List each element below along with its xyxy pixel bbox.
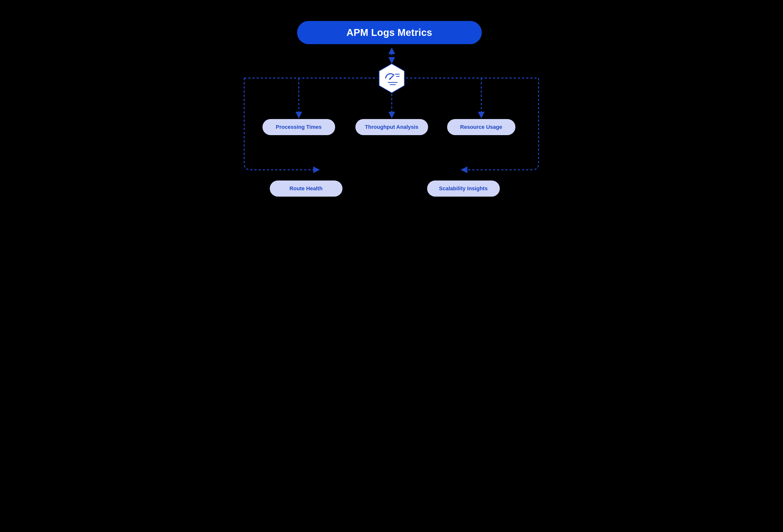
svg-point-8	[389, 78, 390, 80]
node-label: Resource Usage	[460, 124, 502, 130]
diagram-canvas: APM Logs Metrics Processing Times Throug…	[231, 0, 553, 219]
hub-hexagon	[378, 63, 405, 94]
node-label: Throughput Analysis	[365, 124, 418, 130]
diagram-title-text: APM Logs Metrics	[346, 27, 432, 38]
node-label: Route Health	[289, 185, 323, 192]
node-label: Scalability Insights	[439, 185, 488, 192]
gauge-icon	[378, 63, 405, 94]
svg-marker-6	[379, 64, 404, 93]
node-label: Processing Times	[276, 124, 322, 130]
node-throughput-analysis: Throughput Analysis	[355, 119, 428, 135]
node-processing-times: Processing Times	[262, 119, 335, 135]
node-route-health: Route Health	[270, 181, 342, 197]
node-scalability-insights: Scalability Insights	[427, 181, 500, 197]
node-resource-usage: Resource Usage	[447, 119, 515, 135]
diagram-title: APM Logs Metrics	[297, 21, 482, 44]
